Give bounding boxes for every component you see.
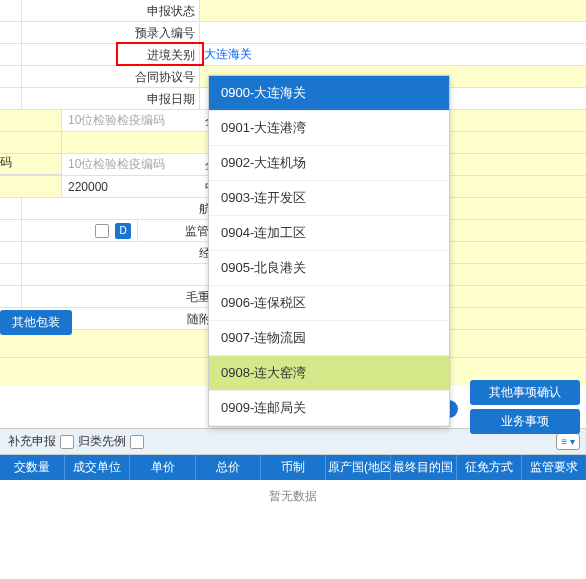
- inspection-placeholder-1: 10位检验检疫编码: [64, 112, 198, 129]
- category-precedent-label: 归类先例: [78, 433, 126, 450]
- other-package-button[interactable]: 其他包装: [0, 310, 72, 335]
- preentry-label: 预录入编号: [22, 22, 200, 43]
- dropdown-item-3[interactable]: 0903-连开发区: [209, 181, 449, 216]
- inspection-field-1[interactable]: 10位检验检疫编码: [62, 110, 200, 131]
- dropdown-item-0[interactable]: 0900-大连海关: [209, 76, 449, 111]
- table-header: 交数量成交单位单价总价币制原产国(地区)最终目的国征免方式监管要求: [0, 455, 586, 480]
- category-checkbox[interactable]: [130, 435, 144, 449]
- declare-date-label: 申报日期: [22, 88, 200, 109]
- supplement-declare-label: 补充申报: [8, 433, 56, 450]
- dropdown-item-4[interactable]: 0904-连加工区: [209, 216, 449, 251]
- empty-data-message: 暂无数据: [0, 480, 586, 513]
- dropdown-item-7[interactable]: 0907-连物流园: [209, 321, 449, 356]
- table-header-8[interactable]: 监管要求: [522, 455, 586, 480]
- business-button[interactable]: 业务事项: [470, 409, 580, 434]
- dropdown-item-2[interactable]: 0902-大连机场: [209, 146, 449, 181]
- entry-custom-dropdown[interactable]: 0900-大连海关0901-大连港湾0902-大连机场0903-连开发区0904…: [208, 75, 450, 427]
- entry-custom-field[interactable]: 大连海关: [200, 44, 586, 65]
- highlight-box: [116, 42, 204, 66]
- inspection-placeholder-2: 10位检验检疫编码: [64, 156, 198, 173]
- dropdown-item-6[interactable]: 0906-连保税区: [209, 286, 449, 321]
- dropdown-item-9[interactable]: 0909-连邮局关: [209, 391, 449, 426]
- dropdown-item-8[interactable]: 0908-连大窑湾: [209, 356, 449, 391]
- table-header-1[interactable]: 成交单位: [65, 455, 130, 480]
- entry-custom-value: 大连海关: [202, 46, 252, 63]
- inspection-field-2[interactable]: 10位检验检疫编码: [62, 154, 200, 175]
- other-confirm-button[interactable]: 其他事项确认: [470, 380, 580, 405]
- contract-label: 合同协议号: [22, 66, 200, 87]
- table-header-5[interactable]: 原产国(地区): [326, 455, 391, 480]
- status-field[interactable]: [200, 0, 586, 21]
- doc-icon[interactable]: D: [115, 223, 131, 239]
- preentry-field[interactable]: [200, 22, 586, 43]
- dropdown-item-1[interactable]: 0901-大连港湾: [209, 111, 449, 146]
- table-header-2[interactable]: 单价: [130, 455, 195, 480]
- status-label: 申报状态: [22, 0, 200, 21]
- table-header-7[interactable]: 征免方式: [457, 455, 522, 480]
- code-field[interactable]: 220000: [62, 176, 200, 197]
- supplement-checkbox[interactable]: [60, 435, 74, 449]
- left-col: [0, 110, 62, 131]
- table-header-3[interactable]: 总价: [196, 455, 261, 480]
- dropdown-item-5[interactable]: 0905-北良港关: [209, 251, 449, 286]
- table-header-4[interactable]: 币制: [261, 455, 326, 480]
- row-prefix: 码: [0, 154, 62, 175]
- code-value: 220000: [64, 180, 198, 194]
- checkbox-icon[interactable]: [95, 224, 109, 238]
- table-header-6[interactable]: 最终目的国: [391, 455, 456, 480]
- table-header-0[interactable]: 交数量: [0, 455, 65, 480]
